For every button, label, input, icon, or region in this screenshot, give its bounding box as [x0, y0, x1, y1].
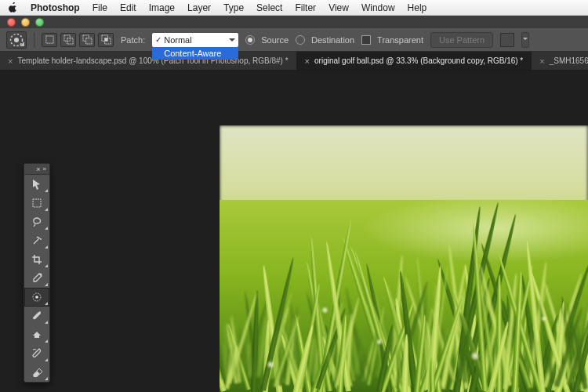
chevron-down-icon — [229, 38, 235, 45]
tool-crop[interactable] — [24, 250, 49, 269]
selection-new-icon[interactable] — [42, 33, 57, 47]
tool-marquee[interactable] — [24, 194, 49, 212]
window-titlebar — [0, 16, 588, 28]
tool-move[interactable] — [24, 175, 49, 194]
window-close-button[interactable] — [7, 18, 16, 27]
menu-select[interactable]: Select — [256, 2, 282, 13]
menu-file[interactable]: File — [93, 2, 107, 13]
document-tabs: × Template holder-landscape.psd @ 100% (… — [0, 52, 588, 71]
document-tab-1[interactable]: × original golf ball.psd @ 33.3% (Backgr… — [297, 52, 532, 70]
pattern-swatch[interactable] — [500, 33, 514, 47]
menu-layer[interactable]: Layer — [187, 2, 211, 13]
menu-help[interactable]: Help — [408, 2, 427, 13]
source-radio[interactable]: Source — [245, 35, 289, 45]
menu-image[interactable]: Image — [149, 2, 175, 13]
patch-mode-dropdown[interactable]: ✓ Normal — [152, 33, 238, 47]
svg-point-14 — [35, 296, 38, 299]
transparent-checkbox[interactable]: Transparent — [361, 35, 423, 45]
bokeh-icon — [376, 339, 383, 345]
patch-label: Patch: — [121, 35, 145, 45]
panel-header[interactable]: × » — [24, 164, 49, 175]
selection-add-icon[interactable] — [60, 33, 76, 47]
svg-point-11 — [38, 238, 40, 239]
workspace: × » — [0, 71, 588, 392]
selection-subtract-icon[interactable] — [79, 33, 95, 47]
patch-mode-selected: Normal — [164, 35, 191, 45]
svg-rect-10 — [33, 199, 41, 207]
menu-filter[interactable]: Filter — [295, 2, 316, 13]
bokeh-icon — [470, 351, 480, 361]
menu-type[interactable]: Type — [223, 2, 244, 13]
window-minimize-button[interactable] — [21, 18, 30, 27]
tools-panel[interactable]: × » — [24, 163, 50, 383]
selection-mode-group — [42, 33, 114, 47]
close-icon[interactable]: × — [305, 56, 310, 66]
tool-patch[interactable] — [24, 288, 49, 307]
tool-magic-wand[interactable] — [24, 231, 49, 250]
macos-menu-bar: Photoshop File Edit Image Layer Type Sel… — [0, 0, 588, 16]
window-zoom-button[interactable] — [35, 18, 44, 27]
use-pattern-button: Use Pattern — [430, 32, 493, 48]
bokeh-icon — [321, 307, 328, 314]
patch-mode-option-content-aware[interactable]: Content-Aware — [152, 47, 238, 60]
menu-edit[interactable]: Edit — [120, 2, 136, 13]
radio-off-icon — [296, 35, 305, 45]
document-canvas[interactable] — [220, 125, 588, 392]
tool-eraser[interactable] — [24, 363, 49, 382]
app-name[interactable]: Photoshop — [31, 2, 80, 13]
bokeh-icon — [267, 361, 274, 368]
destination-radio[interactable]: Destination — [296, 35, 354, 45]
tool-brush[interactable] — [24, 307, 49, 325]
bokeh-icon — [541, 316, 546, 321]
svg-rect-2 — [45, 36, 53, 43]
svg-point-1 — [14, 38, 19, 42]
collapse-icon[interactable]: » — [43, 165, 46, 172]
close-icon[interactable]: × — [8, 56, 13, 66]
tool-eyedropper[interactable] — [24, 269, 49, 288]
divider — [34, 32, 34, 48]
checkmark-icon: ✓ — [155, 35, 162, 44]
document-tab-0[interactable]: × Template holder-landscape.psd @ 100% (… — [0, 52, 297, 70]
options-overflow-icon[interactable] — [521, 32, 529, 48]
tool-history-brush[interactable] — [24, 344, 49, 363]
checkbox-icon — [361, 35, 371, 45]
close-icon[interactable]: × — [539, 56, 544, 66]
svg-point-12 — [40, 274, 42, 276]
selection-intersect-icon[interactable] — [98, 33, 114, 47]
svg-rect-9 — [104, 38, 107, 42]
options-bar: Patch: ✓ Normal Content-Aware Source Des… — [0, 28, 588, 52]
document-tab-2[interactable]: × _SMH1656.JPG @ 25% (RGB/8 — [532, 52, 588, 70]
radio-on-icon — [245, 35, 255, 45]
menu-view[interactable]: View — [328, 2, 349, 13]
svg-rect-6 — [85, 38, 91, 44]
apple-menu-icon[interactable] — [8, 2, 18, 13]
tool-clone-stamp[interactable] — [24, 325, 49, 344]
tool-lasso[interactable] — [24, 212, 49, 231]
menu-window[interactable]: Window — [361, 2, 395, 13]
close-icon[interactable]: × — [36, 165, 40, 173]
current-tool-preset[interactable] — [6, 31, 27, 49]
